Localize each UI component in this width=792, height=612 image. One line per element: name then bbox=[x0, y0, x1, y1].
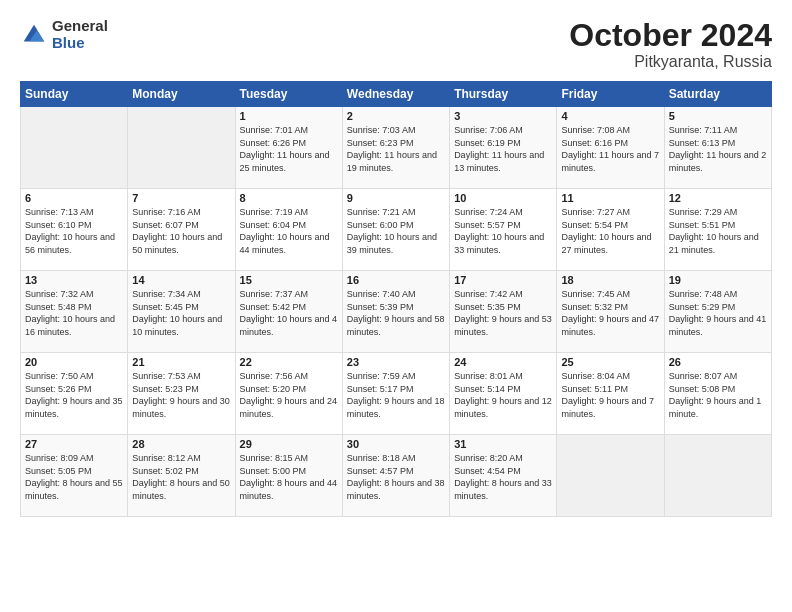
day-info: Sunrise: 7:53 AMSunset: 5:23 PMDaylight:… bbox=[132, 370, 230, 420]
day-info: Sunrise: 7:42 AMSunset: 5:35 PMDaylight:… bbox=[454, 288, 552, 338]
day-info: Sunrise: 7:19 AMSunset: 6:04 PMDaylight:… bbox=[240, 206, 338, 256]
calendar-cell: 26Sunrise: 8:07 AMSunset: 5:08 PMDayligh… bbox=[664, 353, 771, 435]
calendar-cell: 11Sunrise: 7:27 AMSunset: 5:54 PMDayligh… bbox=[557, 189, 664, 271]
day-number: 5 bbox=[669, 110, 767, 122]
day-info: Sunrise: 7:01 AMSunset: 6:26 PMDaylight:… bbox=[240, 124, 338, 174]
day-number: 9 bbox=[347, 192, 445, 204]
day-number: 31 bbox=[454, 438, 552, 450]
calendar-week-row: 27Sunrise: 8:09 AMSunset: 5:05 PMDayligh… bbox=[21, 435, 772, 517]
day-number: 1 bbox=[240, 110, 338, 122]
calendar-cell: 17Sunrise: 7:42 AMSunset: 5:35 PMDayligh… bbox=[450, 271, 557, 353]
day-info: Sunrise: 8:18 AMSunset: 4:57 PMDaylight:… bbox=[347, 452, 445, 502]
logo-blue: Blue bbox=[52, 35, 108, 52]
calendar-cell: 8Sunrise: 7:19 AMSunset: 6:04 PMDaylight… bbox=[235, 189, 342, 271]
calendar-cell: 21Sunrise: 7:53 AMSunset: 5:23 PMDayligh… bbox=[128, 353, 235, 435]
day-info: Sunrise: 7:32 AMSunset: 5:48 PMDaylight:… bbox=[25, 288, 123, 338]
day-info: Sunrise: 7:45 AMSunset: 5:32 PMDaylight:… bbox=[561, 288, 659, 338]
day-info: Sunrise: 8:09 AMSunset: 5:05 PMDaylight:… bbox=[25, 452, 123, 502]
day-number: 15 bbox=[240, 274, 338, 286]
day-number: 6 bbox=[25, 192, 123, 204]
day-info: Sunrise: 8:20 AMSunset: 4:54 PMDaylight:… bbox=[454, 452, 552, 502]
calendar-cell: 29Sunrise: 8:15 AMSunset: 5:00 PMDayligh… bbox=[235, 435, 342, 517]
calendar-cell: 19Sunrise: 7:48 AMSunset: 5:29 PMDayligh… bbox=[664, 271, 771, 353]
day-number: 27 bbox=[25, 438, 123, 450]
day-number: 13 bbox=[25, 274, 123, 286]
header: General Blue October 2024 Pitkyaranta, R… bbox=[20, 18, 772, 71]
day-info: Sunrise: 7:27 AMSunset: 5:54 PMDaylight:… bbox=[561, 206, 659, 256]
weekday-header: Monday bbox=[128, 82, 235, 107]
day-number: 7 bbox=[132, 192, 230, 204]
calendar-cell: 2Sunrise: 7:03 AMSunset: 6:23 PMDaylight… bbox=[342, 107, 449, 189]
logo: General Blue bbox=[20, 18, 108, 51]
logo-text: General Blue bbox=[52, 18, 108, 51]
calendar-week-row: 20Sunrise: 7:50 AMSunset: 5:26 PMDayligh… bbox=[21, 353, 772, 435]
calendar-table: SundayMondayTuesdayWednesdayThursdayFrid… bbox=[20, 81, 772, 517]
day-info: Sunrise: 7:50 AMSunset: 5:26 PMDaylight:… bbox=[25, 370, 123, 420]
day-info: Sunrise: 7:08 AMSunset: 6:16 PMDaylight:… bbox=[561, 124, 659, 174]
weekday-header-row: SundayMondayTuesdayWednesdayThursdayFrid… bbox=[21, 82, 772, 107]
day-info: Sunrise: 7:37 AMSunset: 5:42 PMDaylight:… bbox=[240, 288, 338, 338]
calendar-cell: 10Sunrise: 7:24 AMSunset: 5:57 PMDayligh… bbox=[450, 189, 557, 271]
calendar-cell: 18Sunrise: 7:45 AMSunset: 5:32 PMDayligh… bbox=[557, 271, 664, 353]
day-number: 3 bbox=[454, 110, 552, 122]
weekday-header: Friday bbox=[557, 82, 664, 107]
calendar-cell: 30Sunrise: 8:18 AMSunset: 4:57 PMDayligh… bbox=[342, 435, 449, 517]
day-number: 28 bbox=[132, 438, 230, 450]
calendar-cell: 22Sunrise: 7:56 AMSunset: 5:20 PMDayligh… bbox=[235, 353, 342, 435]
calendar-cell: 28Sunrise: 8:12 AMSunset: 5:02 PMDayligh… bbox=[128, 435, 235, 517]
calendar-cell: 20Sunrise: 7:50 AMSunset: 5:26 PMDayligh… bbox=[21, 353, 128, 435]
day-number: 12 bbox=[669, 192, 767, 204]
day-number: 11 bbox=[561, 192, 659, 204]
calendar-cell: 4Sunrise: 7:08 AMSunset: 6:16 PMDaylight… bbox=[557, 107, 664, 189]
day-info: Sunrise: 7:59 AMSunset: 5:17 PMDaylight:… bbox=[347, 370, 445, 420]
day-number: 21 bbox=[132, 356, 230, 368]
day-info: Sunrise: 7:21 AMSunset: 6:00 PMDaylight:… bbox=[347, 206, 445, 256]
calendar-week-row: 6Sunrise: 7:13 AMSunset: 6:10 PMDaylight… bbox=[21, 189, 772, 271]
day-number: 29 bbox=[240, 438, 338, 450]
day-number: 25 bbox=[561, 356, 659, 368]
calendar-cell: 15Sunrise: 7:37 AMSunset: 5:42 PMDayligh… bbox=[235, 271, 342, 353]
day-number: 16 bbox=[347, 274, 445, 286]
day-info: Sunrise: 7:16 AMSunset: 6:07 PMDaylight:… bbox=[132, 206, 230, 256]
calendar-cell: 31Sunrise: 8:20 AMSunset: 4:54 PMDayligh… bbox=[450, 435, 557, 517]
day-info: Sunrise: 8:15 AMSunset: 5:00 PMDaylight:… bbox=[240, 452, 338, 502]
day-number: 23 bbox=[347, 356, 445, 368]
weekday-header: Saturday bbox=[664, 82, 771, 107]
day-number: 17 bbox=[454, 274, 552, 286]
day-info: Sunrise: 7:56 AMSunset: 5:20 PMDaylight:… bbox=[240, 370, 338, 420]
day-info: Sunrise: 8:01 AMSunset: 5:14 PMDaylight:… bbox=[454, 370, 552, 420]
calendar-cell: 3Sunrise: 7:06 AMSunset: 6:19 PMDaylight… bbox=[450, 107, 557, 189]
weekday-header: Tuesday bbox=[235, 82, 342, 107]
day-info: Sunrise: 8:07 AMSunset: 5:08 PMDaylight:… bbox=[669, 370, 767, 420]
day-info: Sunrise: 7:24 AMSunset: 5:57 PMDaylight:… bbox=[454, 206, 552, 256]
calendar-cell bbox=[557, 435, 664, 517]
calendar-cell bbox=[21, 107, 128, 189]
day-info: Sunrise: 7:40 AMSunset: 5:39 PMDaylight:… bbox=[347, 288, 445, 338]
calendar-cell: 5Sunrise: 7:11 AMSunset: 6:13 PMDaylight… bbox=[664, 107, 771, 189]
calendar-cell: 16Sunrise: 7:40 AMSunset: 5:39 PMDayligh… bbox=[342, 271, 449, 353]
calendar-cell bbox=[128, 107, 235, 189]
day-number: 20 bbox=[25, 356, 123, 368]
day-number: 8 bbox=[240, 192, 338, 204]
weekday-header: Sunday bbox=[21, 82, 128, 107]
calendar-cell: 27Sunrise: 8:09 AMSunset: 5:05 PMDayligh… bbox=[21, 435, 128, 517]
day-number: 4 bbox=[561, 110, 659, 122]
day-number: 10 bbox=[454, 192, 552, 204]
day-info: Sunrise: 7:29 AMSunset: 5:51 PMDaylight:… bbox=[669, 206, 767, 256]
day-info: Sunrise: 7:13 AMSunset: 6:10 PMDaylight:… bbox=[25, 206, 123, 256]
day-number: 26 bbox=[669, 356, 767, 368]
calendar-cell: 25Sunrise: 8:04 AMSunset: 5:11 PMDayligh… bbox=[557, 353, 664, 435]
day-info: Sunrise: 7:03 AMSunset: 6:23 PMDaylight:… bbox=[347, 124, 445, 174]
day-number: 2 bbox=[347, 110, 445, 122]
weekday-header: Wednesday bbox=[342, 82, 449, 107]
day-number: 19 bbox=[669, 274, 767, 286]
calendar-cell: 1Sunrise: 7:01 AMSunset: 6:26 PMDaylight… bbox=[235, 107, 342, 189]
calendar-cell: 24Sunrise: 8:01 AMSunset: 5:14 PMDayligh… bbox=[450, 353, 557, 435]
logo-general: General bbox=[52, 18, 108, 35]
logo-icon bbox=[20, 21, 48, 49]
calendar-cell: 14Sunrise: 7:34 AMSunset: 5:45 PMDayligh… bbox=[128, 271, 235, 353]
day-info: Sunrise: 8:04 AMSunset: 5:11 PMDaylight:… bbox=[561, 370, 659, 420]
day-number: 22 bbox=[240, 356, 338, 368]
calendar-cell: 9Sunrise: 7:21 AMSunset: 6:00 PMDaylight… bbox=[342, 189, 449, 271]
day-number: 24 bbox=[454, 356, 552, 368]
